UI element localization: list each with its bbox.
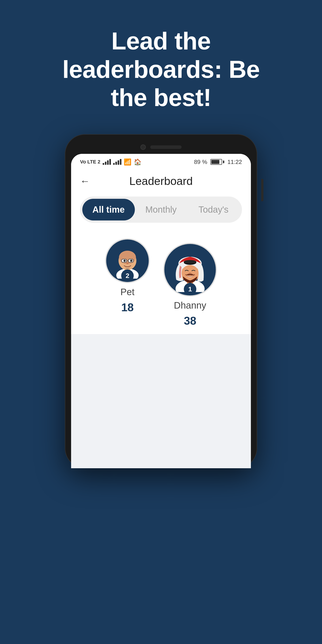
volume-button [261,179,264,201]
tab-selector: All time Monthly Today's [80,196,242,223]
signal-bar-4 [109,159,111,165]
phone-mockup: Vo LTE 2 📶 [65,134,257,468]
phone-notch [71,140,251,154]
signal-bars-1 [103,159,111,165]
wifi-icon: 📶 [124,158,132,166]
lte-indicator: Vo LTE 2 [80,160,100,164]
status-right: 89 % 11:22 [194,158,242,166]
player-rank2: 2 Pet 18 [105,238,150,314]
clock: 11:22 [228,158,242,166]
rank-badge-1: 1 [184,283,196,296]
signal-bar-8 [120,159,122,165]
svg-point-8 [130,260,132,262]
signal-bar-7 [118,160,119,165]
status-bar: Vo LTE 2 📶 [71,154,251,168]
rank-badge-2: 2 [121,270,134,282]
signal-bar-3 [107,160,109,165]
avatar-container-rank2: 2 [105,238,150,283]
signal-bars-2 [113,159,122,165]
svg-point-7 [124,260,126,262]
podium-area: 2 Pet 18 [71,230,251,334]
app-header: ← Leaderboard [71,168,251,192]
tab-monthly[interactable]: Monthly [135,199,188,220]
player-score-rank2: 18 [121,301,134,314]
signal-bar-1 [103,163,104,165]
front-camera [140,144,146,150]
tab-all-time[interactable]: All time [82,199,135,220]
avatar-container-rank1: 1 [163,243,217,296]
player-name-rank2: Pet [120,287,134,298]
signal-bar-2 [105,162,106,165]
list-area [71,334,251,468]
hero-title: Lead the leaderboards: Be the best! [62,27,260,112]
svg-point-4 [119,251,136,264]
phone-speaker [150,145,182,149]
svg-point-19 [184,260,196,264]
battery-fill [211,160,219,164]
player-rank1: 1 Dhanny 38 [163,243,217,327]
phone-outer: Vo LTE 2 📶 [65,134,257,468]
battery-percent: 89 % [194,158,207,166]
battery-icon [210,159,224,165]
page-title: Leaderboard [129,175,193,188]
signal-bar-6 [116,162,117,165]
battery-tip [223,160,224,163]
tab-todays[interactable]: Today's [187,199,240,220]
hero-section: Lead the leaderboards: Be the best! [0,0,322,130]
player-name-rank1: Dhanny [174,300,206,311]
signal-bar-5 [113,163,115,165]
player-score-rank1: 38 [184,314,196,327]
battery-body [210,159,222,165]
svg-point-12 [126,262,128,264]
app-icon-small: 🏠 [134,158,142,166]
phone-screen: Vo LTE 2 📶 [71,154,251,468]
back-button[interactable]: ← [80,176,90,187]
status-left: Vo LTE 2 📶 [80,158,142,166]
